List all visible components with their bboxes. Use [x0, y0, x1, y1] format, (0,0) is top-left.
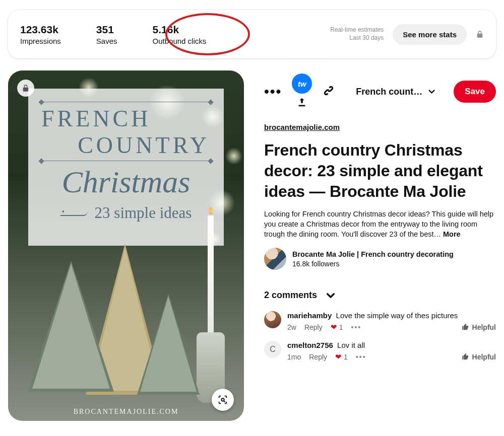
comment-reply-button[interactable]: Reply	[309, 353, 327, 361]
comment-helpful-button[interactable]: Helpful	[462, 323, 496, 331]
comment-helpful-button[interactable]: Helpful	[462, 353, 496, 361]
author-avatar	[264, 248, 286, 270]
image-scene	[8, 246, 244, 401]
tailwind-badge-icon[interactable]: tw	[292, 74, 312, 94]
stat-outbound-clicks: 5.16k Outbound clicks	[153, 24, 207, 45]
stat-label: Saves	[96, 37, 117, 45]
comment-age: 1mo	[287, 353, 301, 361]
stat-impressions: 123.63k Impressions	[20, 24, 61, 45]
author-block[interactable]: Brocante Ma Jolie | French country decor…	[264, 248, 496, 270]
comment-likes[interactable]: ❤1	[335, 352, 348, 361]
stat-value: 5.16k	[153, 24, 207, 36]
stats-bar: 123.63k Impressions 351 Saves 5.16k Outb…	[8, 10, 496, 58]
comment-text: Love the simple way of thes pictures	[336, 311, 458, 320]
svg-point-0	[221, 398, 224, 401]
estimates-note: Real-time estimates Last 30 days	[330, 26, 384, 42]
thumb-up-icon	[462, 353, 469, 360]
see-more-stats-button[interactable]: See more stats	[393, 24, 467, 45]
lock-icon	[476, 30, 484, 38]
comment-item: mariehamby Love the simple way of thes p…	[264, 311, 496, 332]
comment-more-button[interactable]: •••	[351, 323, 362, 331]
chevron-down-icon	[324, 289, 337, 302]
comment-reply-button[interactable]: Reply	[304, 323, 323, 331]
image-overlay-card: FRENCH COUNTRY Christmas 23 simple ideas	[28, 89, 224, 246]
stat-label: Outbound clicks	[153, 37, 207, 45]
pin-details: ••• tw French countr… Save brocantemajol…	[264, 70, 496, 421]
pin-image[interactable]: FRENCH COUNTRY Christmas 23 simple ideas…	[8, 70, 244, 421]
overlay-line-2: COUNTRY	[40, 132, 210, 159]
description-more-button[interactable]: More	[443, 230, 461, 238]
save-button[interactable]: Save	[454, 81, 496, 103]
stat-value: 123.63k	[20, 24, 61, 36]
overlay-line-1: FRENCH	[41, 105, 212, 132]
author-name: Brocante Ma Jolie | French country decor…	[292, 250, 454, 259]
comment-item: C cmelton2756 Lov it all 1mo Reply ❤1 ••…	[264, 341, 496, 361]
comment-age: 2w	[287, 323, 296, 331]
source-link[interactable]: brocantemajolie.com	[264, 123, 340, 131]
image-watermark: BROCANTEMAJOLIE.COM	[8, 408, 244, 416]
comment-user[interactable]: cmelton2756	[287, 341, 333, 349]
comments-count: 2 comments	[264, 290, 317, 301]
share-button[interactable]	[296, 97, 307, 110]
stat-saves: 351 Saves	[96, 24, 117, 45]
overlay-script: Christmas	[40, 164, 212, 200]
board-picker[interactable]: French countr…	[356, 87, 436, 97]
pin-title: French country Christmas decor: 23 simpl…	[264, 140, 496, 202]
more-actions-button[interactable]: •••	[264, 89, 282, 94]
visual-search-button[interactable]	[212, 389, 234, 411]
author-followers: 16.8k followers	[292, 260, 454, 268]
pin-description: Looking for French country Christmas dec…	[264, 209, 496, 240]
actions-row: ••• tw French countr… Save	[264, 74, 496, 110]
overlay-subtitle: 23 simple ideas	[40, 204, 212, 222]
thumb-up-icon	[462, 323, 469, 331]
comments-header[interactable]: 2 comments	[264, 289, 496, 302]
comment-avatar: C	[264, 341, 281, 358]
board-label: French countr…	[356, 87, 423, 97]
comment-avatar	[264, 311, 281, 328]
stat-label: Impressions	[20, 37, 61, 45]
comment-more-button[interactable]: •••	[356, 353, 366, 361]
chevron-down-icon	[427, 87, 436, 97]
comment-user[interactable]: mariehamby	[287, 311, 332, 320]
stat-value: 351	[96, 24, 117, 36]
copy-link-button[interactable]	[322, 84, 335, 99]
comment-text: Lov it all	[337, 341, 365, 349]
comment-likes[interactable]: ❤1	[331, 323, 343, 332]
